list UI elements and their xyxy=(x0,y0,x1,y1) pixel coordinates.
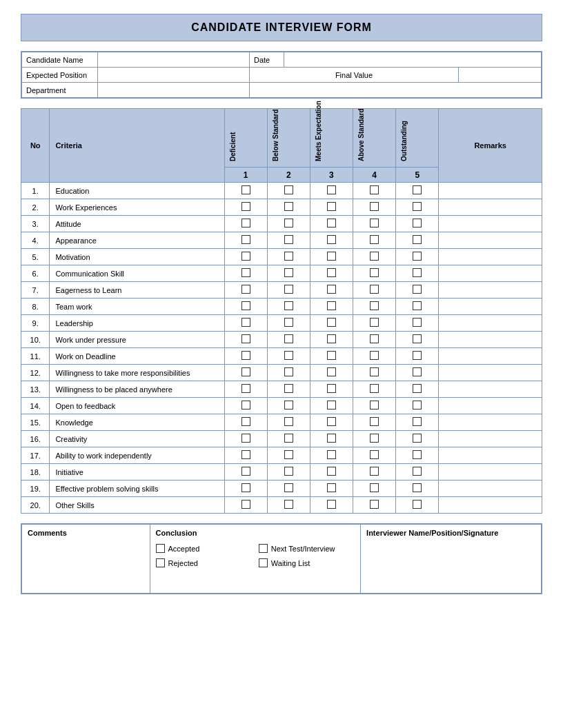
row-remarks[interactable] xyxy=(439,381,542,398)
row-remarks[interactable] xyxy=(439,365,542,381)
score-col-3[interactable] xyxy=(310,464,353,481)
checkbox[interactable] xyxy=(327,351,336,360)
score-col-5[interactable] xyxy=(396,497,439,514)
score-col-1[interactable] xyxy=(224,414,267,431)
checkbox[interactable] xyxy=(413,285,422,294)
score-col-3[interactable] xyxy=(310,398,353,414)
checkbox[interactable] xyxy=(327,384,336,393)
checkbox[interactable] xyxy=(284,500,293,509)
final-value-input[interactable] xyxy=(459,68,542,83)
score-col-1[interactable] xyxy=(224,249,267,265)
row-remarks[interactable] xyxy=(439,199,542,216)
score-col-4[interactable] xyxy=(353,431,396,447)
checkbox[interactable] xyxy=(241,417,250,426)
score-col-3[interactable] xyxy=(310,216,353,232)
checkbox[interactable] xyxy=(327,301,336,310)
checkbox[interactable] xyxy=(284,351,293,360)
score-col-4[interactable] xyxy=(353,497,396,514)
row-remarks[interactable] xyxy=(439,183,542,199)
conclusion-option[interactable]: Rejected xyxy=(156,558,252,567)
row-remarks[interactable] xyxy=(439,398,542,414)
score-col-3[interactable] xyxy=(310,315,353,332)
score-col-4[interactable] xyxy=(353,332,396,348)
score-col-5[interactable] xyxy=(396,481,439,497)
checkbox[interactable] xyxy=(370,235,379,244)
checkbox[interactable] xyxy=(370,367,379,376)
checkbox[interactable] xyxy=(370,268,379,277)
checkbox[interactable] xyxy=(241,483,250,492)
checkbox[interactable] xyxy=(284,401,293,410)
conclusion-checkbox[interactable] xyxy=(156,558,165,567)
checkbox[interactable] xyxy=(284,367,293,376)
score-col-2[interactable] xyxy=(267,232,310,249)
checkbox[interactable] xyxy=(284,483,293,492)
row-remarks[interactable] xyxy=(439,249,542,265)
row-remarks[interactable] xyxy=(439,431,542,447)
score-col-3[interactable] xyxy=(310,282,353,299)
conclusion-option[interactable]: Waiting List xyxy=(259,558,355,567)
checkbox[interactable] xyxy=(327,367,336,376)
row-remarks[interactable] xyxy=(439,299,542,315)
score-col-5[interactable] xyxy=(396,332,439,348)
checkbox[interactable] xyxy=(370,434,379,443)
checkbox[interactable] xyxy=(241,318,250,327)
score-col-5[interactable] xyxy=(396,464,439,481)
conclusion-checkbox[interactable] xyxy=(259,558,268,567)
score-col-2[interactable] xyxy=(267,282,310,299)
score-col-4[interactable] xyxy=(353,199,396,216)
checkbox[interactable] xyxy=(284,467,293,476)
checkbox[interactable] xyxy=(241,434,250,443)
score-col-5[interactable] xyxy=(396,348,439,365)
checkbox[interactable] xyxy=(327,219,336,228)
checkbox[interactable] xyxy=(241,450,250,459)
score-col-1[interactable] xyxy=(224,481,267,497)
score-col-3[interactable] xyxy=(310,481,353,497)
checkbox[interactable] xyxy=(413,434,422,443)
interviewer-cell[interactable]: Interviewer Name/Position/Signature xyxy=(361,525,542,594)
score-col-4[interactable] xyxy=(353,183,396,199)
score-col-4[interactable] xyxy=(353,398,396,414)
score-col-4[interactable] xyxy=(353,381,396,398)
checkbox[interactable] xyxy=(284,202,293,211)
checkbox[interactable] xyxy=(284,318,293,327)
score-col-1[interactable] xyxy=(224,282,267,299)
checkbox[interactable] xyxy=(413,483,422,492)
checkbox[interactable] xyxy=(370,318,379,327)
score-col-4[interactable] xyxy=(353,265,396,282)
score-col-3[interactable] xyxy=(310,199,353,216)
checkbox[interactable] xyxy=(413,467,422,476)
candidate-name-value[interactable] xyxy=(98,52,250,68)
checkbox[interactable] xyxy=(241,285,250,294)
conclusion-checkbox[interactable] xyxy=(259,544,268,553)
checkbox[interactable] xyxy=(241,351,250,360)
checkbox[interactable] xyxy=(327,252,336,261)
checkbox[interactable] xyxy=(241,467,250,476)
row-remarks[interactable] xyxy=(439,348,542,365)
checkbox[interactable] xyxy=(241,401,250,410)
score-col-3[interactable] xyxy=(310,299,353,315)
checkbox[interactable] xyxy=(284,384,293,393)
score-col-4[interactable] xyxy=(353,232,396,249)
checkbox[interactable] xyxy=(284,301,293,310)
comments-cell[interactable]: Comments xyxy=(22,525,150,594)
checkbox[interactable] xyxy=(370,334,379,343)
checkbox[interactable] xyxy=(413,318,422,327)
score-col-3[interactable] xyxy=(310,381,353,398)
checkbox[interactable] xyxy=(413,235,422,244)
score-col-5[interactable] xyxy=(396,299,439,315)
score-col-2[interactable] xyxy=(267,464,310,481)
score-col-1[interactable] xyxy=(224,265,267,282)
date-value[interactable] xyxy=(284,52,542,68)
score-col-1[interactable] xyxy=(224,381,267,398)
score-col-3[interactable] xyxy=(310,265,353,282)
score-col-5[interactable] xyxy=(396,381,439,398)
checkbox[interactable] xyxy=(413,219,422,228)
checkbox[interactable] xyxy=(413,252,422,261)
row-remarks[interactable] xyxy=(439,497,542,514)
score-col-3[interactable] xyxy=(310,183,353,199)
checkbox[interactable] xyxy=(370,401,379,410)
score-col-2[interactable] xyxy=(267,447,310,464)
checkbox[interactable] xyxy=(284,285,293,294)
score-col-4[interactable] xyxy=(353,315,396,332)
row-remarks[interactable] xyxy=(439,481,542,497)
